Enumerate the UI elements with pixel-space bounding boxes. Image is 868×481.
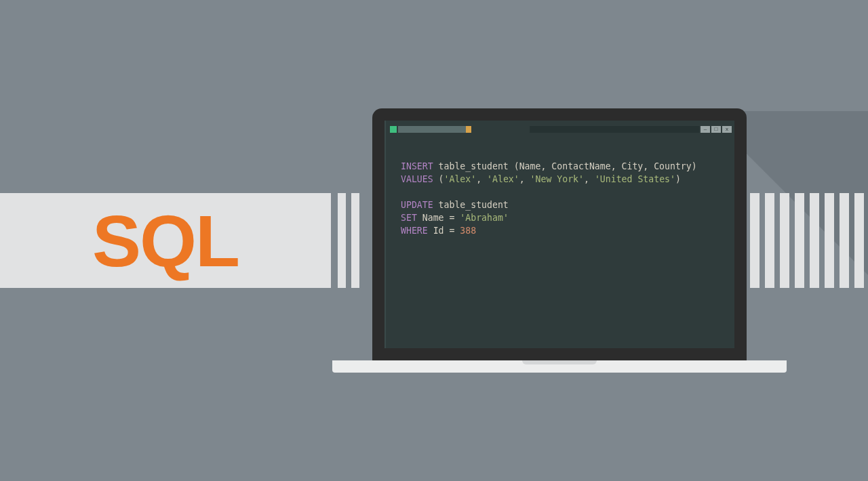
- code-text: Id =: [428, 226, 460, 236]
- titlebar-path-strip: [530, 126, 699, 133]
- code-text: table_student (Name, ContactName, City, …: [433, 161, 697, 171]
- stripe: [854, 193, 864, 288]
- code-block: INSERT table_student (Name, ContactName,…: [401, 160, 697, 237]
- sql-keyword: WHERE: [401, 226, 428, 236]
- window-close-button[interactable]: x: [722, 126, 732, 133]
- laptop-base: [332, 360, 787, 373]
- string-literal: 'Alex': [444, 174, 477, 184]
- titlebar-tab-accent: [466, 126, 471, 133]
- terminal-window: – □ x INSERT table_student (Name, Contac…: [384, 121, 734, 348]
- string-literal: 'United States': [595, 174, 675, 184]
- string-literal: 'Alex': [487, 174, 519, 184]
- sql-keyword: INSERT: [401, 161, 433, 171]
- titlebar-active-indicator: [390, 126, 397, 133]
- code-text: ,: [584, 174, 595, 184]
- laptop: – □ x INSERT table_student (Name, Contac…: [332, 108, 787, 373]
- code-text: ): [675, 174, 681, 184]
- titlebar-tab: [398, 126, 466, 133]
- stripe: [795, 193, 804, 288]
- sql-keyword: VALUES: [401, 174, 433, 184]
- window-maximize-button[interactable]: □: [711, 126, 721, 133]
- window-minimize-button[interactable]: –: [701, 126, 710, 133]
- code-text: (: [433, 174, 444, 184]
- sql-label: SQL: [92, 198, 239, 283]
- sql-keyword: UPDATE: [401, 200, 433, 210]
- code-text: ,: [519, 174, 530, 184]
- string-literal: 'New York': [530, 174, 584, 184]
- code-text: Name =: [417, 213, 460, 223]
- stripe: [810, 193, 819, 288]
- stripe: [825, 193, 834, 288]
- sql-banner: SQL: [0, 193, 331, 288]
- sql-keyword: SET: [401, 213, 417, 223]
- code-text: ,: [476, 174, 487, 184]
- terminal-titlebar: – □ x: [386, 123, 734, 134]
- screen-bezel: – □ x INSERT table_student (Name, Contac…: [372, 108, 747, 360]
- string-literal: 'Abraham': [460, 213, 508, 223]
- stripe: [840, 193, 849, 288]
- number-literal: 388: [460, 226, 476, 236]
- code-text: table_student: [433, 200, 509, 210]
